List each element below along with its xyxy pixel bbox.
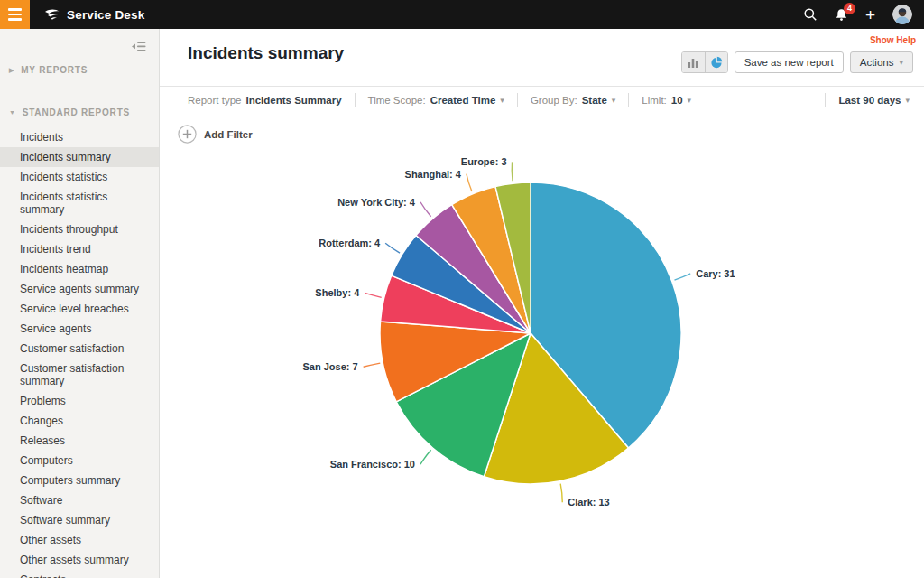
divider: [517, 93, 518, 107]
pie-label-clark: Clark: 13: [568, 497, 609, 508]
divider: [628, 93, 629, 107]
pie-leader-line: [420, 450, 431, 464]
time-scope-dropdown[interactable]: Time Scope: Created Time ▾: [368, 95, 504, 106]
divider: [825, 93, 826, 107]
pie-label-san-francisco: San Francisco: 10: [330, 459, 415, 470]
sidebar-item-customer-satisfaction-summary[interactable]: Customer satisfaction summary: [0, 359, 159, 391]
limit-dropdown[interactable]: Limit: 10 ▾: [642, 95, 691, 106]
notifications-bell-icon[interactable]: 4: [835, 8, 848, 22]
sidebar-section-standard-reports[interactable]: ▼ STANDARD REPORTS: [0, 107, 159, 117]
pie-chart-icon[interactable]: [705, 52, 727, 72]
sidebar-section-my-reports[interactable]: ▶ MY REPORTS: [0, 65, 159, 75]
pie-leader-line: [385, 243, 400, 253]
sidebar-item-releases[interactable]: Releases: [0, 431, 159, 451]
pie-label-shanghai: Shanghai: 4: [405, 169, 462, 180]
pie-leader-line: [674, 274, 690, 280]
show-help-link[interactable]: Show Help: [870, 35, 916, 45]
sidebar-item-incidents-trend[interactable]: Incidents trend: [0, 239, 159, 259]
pie-leader-line: [467, 174, 472, 191]
sidebar-item-contracts[interactable]: Contracts: [0, 570, 159, 578]
user-avatar[interactable]: [892, 5, 912, 24]
pie-chart-svg: Cary: 31Clark: 13San Francisco: 10San Jo…: [160, 113, 924, 569]
save-as-new-report-button[interactable]: Save as new report: [735, 51, 844, 73]
app-name: Service Desk: [67, 8, 144, 22]
solarwinds-swirl-icon: [44, 8, 60, 21]
sidebar-item-incidents[interactable]: Incidents: [0, 127, 159, 147]
report-type-field: Report type Incidents Summary: [188, 95, 342, 106]
chevron-down-icon: ▾: [500, 97, 504, 105]
pie-label-shelby: Shelby: 4: [315, 287, 360, 298]
main-content: Show Help Incidents summary Save as new …: [160, 29, 924, 578]
chart-type-toggle: [681, 51, 728, 73]
pie-leader-line: [560, 484, 562, 503]
sidebar-item-other-assets[interactable]: Other assets: [0, 530, 159, 550]
bar-chart-icon[interactable]: [682, 52, 705, 72]
sidebar-item-incidents-statistics-summary[interactable]: Incidents statistics summary: [0, 187, 159, 219]
pie-label-san-jose: San Jose: 7: [303, 361, 358, 372]
sidebar-item-service-agents[interactable]: Service agents: [0, 319, 159, 339]
sidebar-items: IncidentsIncidents summaryIncidents stat…: [0, 127, 159, 578]
sidebar-item-software[interactable]: Software: [0, 490, 159, 510]
sidebar-item-service-agents-summary[interactable]: Service agents summary: [0, 279, 159, 299]
sidebar-item-incidents-heatmap[interactable]: Incidents heatmap: [0, 259, 159, 279]
notification-badge: 4: [844, 3, 855, 14]
section-label: STANDARD REPORTS: [23, 107, 130, 117]
pie-label-new-york-city: New York City: 4: [337, 197, 416, 208]
pie-leader-line: [365, 293, 381, 297]
sidebar-item-software-summary[interactable]: Software summary: [0, 510, 159, 530]
date-range-dropdown[interactable]: Last 90 days ▾: [838, 95, 910, 106]
pie-label-cary: Cary: 31: [696, 268, 735, 279]
sidebar-item-customer-satisfaction[interactable]: Customer satisfaction: [0, 339, 159, 359]
reports-sidebar: ▶ MY REPORTS ▼ STANDARD REPORTS Incident…: [0, 29, 160, 578]
pie-label-rotterdam: Rotterdam: 4: [319, 238, 381, 248]
hamburger-icon: [8, 8, 22, 11]
add-new-icon[interactable]: +: [865, 6, 875, 23]
chevron-down-icon: ▾: [899, 59, 903, 67]
hamburger-menu-button[interactable]: [0, 0, 30, 29]
chevron-down-icon: ▾: [905, 97, 910, 105]
group-by-dropdown[interactable]: Group By: State ▾: [531, 95, 615, 106]
divider: [355, 93, 356, 107]
add-filter-button[interactable]: Add Filter: [178, 125, 253, 144]
chevron-down-icon: ▾: [612, 97, 616, 105]
collapse-sidebar-icon[interactable]: [131, 40, 146, 56]
search-icon[interactable]: [803, 7, 818, 22]
sidebar-item-computers-summary[interactable]: Computers summary: [0, 471, 159, 490]
page-title: Incidents summary: [188, 43, 344, 63]
top-bar: Service Desk 4 +: [0, 0, 924, 29]
sidebar-item-other-assets-summary[interactable]: Other assets summary: [0, 550, 159, 570]
pie-leader-line: [512, 162, 513, 181]
chevron-down-icon: ▾: [688, 97, 692, 105]
sidebar-item-incidents-throughput[interactable]: Incidents throughput: [0, 219, 159, 239]
service-desk-logo[interactable]: Service Desk: [44, 8, 144, 22]
sidebar-item-incidents-summary[interactable]: Incidents summary: [0, 147, 159, 167]
actions-button[interactable]: Actions ▾: [850, 51, 913, 73]
sidebar-item-computers[interactable]: Computers: [0, 451, 159, 471]
filter-bar: Report type Incidents Summary Time Scope…: [160, 86, 924, 114]
report-toolbar: Save as new report Actions ▾: [681, 51, 913, 73]
pie-label-europe: Europe: 3: [461, 156, 507, 167]
sidebar-item-incidents-statistics[interactable]: Incidents statistics: [0, 167, 159, 187]
section-expanded-icon: ▼: [9, 109, 16, 116]
section-label: MY REPORTS: [21, 65, 88, 75]
sidebar-item-problems[interactable]: Problems: [0, 391, 159, 411]
plus-circle-icon: [178, 125, 197, 144]
pie-leader-line: [420, 202, 431, 217]
pie-leader-line: [364, 363, 381, 367]
sidebar-item-service-level-breaches[interactable]: Service level breaches: [0, 299, 159, 319]
section-collapsed-icon: ▶: [9, 67, 14, 74]
sidebar-item-changes[interactable]: Changes: [0, 411, 159, 431]
